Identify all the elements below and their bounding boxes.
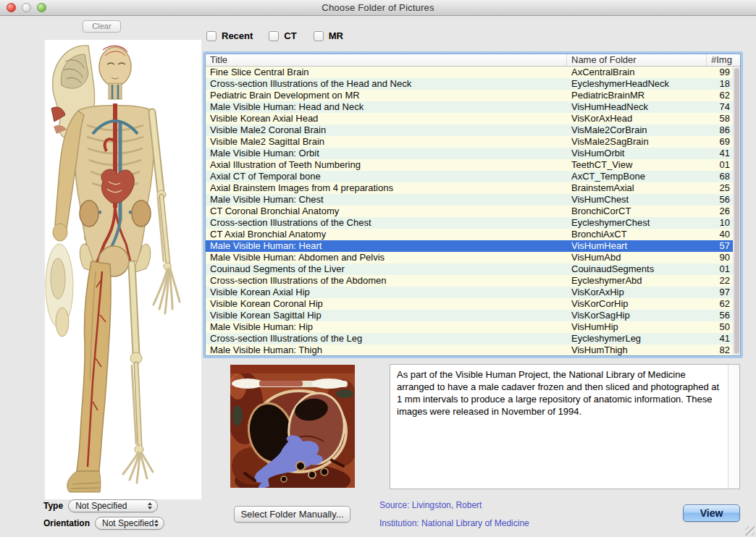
cell-title: Pediatric Brain Development on MR	[206, 90, 567, 101]
table-row[interactable]: Male Visible Human: ThighVisHumThigh82	[206, 344, 740, 355]
resize-grip-icon[interactable]	[745, 526, 755, 536]
type-popup-value: Not Specified	[75, 501, 127, 511]
cell-folder: AxCentralBrain	[567, 67, 707, 78]
cell-title: Visible Male2 Sagittal Brain	[206, 136, 567, 148]
view-button[interactable]: View	[683, 504, 740, 522]
column-header-folder[interactable]: Name of Folder	[567, 54, 707, 66]
table-row[interactable]: Visible Korean Axial HipVisKorAxHip97	[206, 287, 740, 298]
cell-title: Visible Korean Sagittal Hip	[206, 310, 567, 321]
table-row[interactable]: Fine Slice Central BrainAxCentralBrain99	[206, 67, 740, 78]
folder-table: Title Name of Folder #Img Fine Slice Cen…	[205, 54, 741, 356]
table-row[interactable]: Visible Male2 Sagittal BrainVisMale2SagB…	[206, 136, 740, 148]
cell-title: CT Coronal Bronchial Anatomy	[206, 206, 567, 217]
filter-group: Recent CT MR	[206, 30, 343, 41]
table-row[interactable]: Visible Korean Coronal HipVisKorCorHip62	[206, 298, 740, 310]
cell-title: Axial Illustration of Teeth Numbering	[206, 159, 567, 171]
filter-recent[interactable]: Recent	[206, 30, 253, 41]
table-row[interactable]: Axial CT of Temporal boneAxCT_TempBone68	[206, 171, 740, 182]
table-row[interactable]: Cross-section Illustrations of the Chest…	[206, 217, 740, 229]
select-folder-manually-button[interactable]: Select Folder Manually...	[234, 506, 350, 523]
cell-folder: VisHumChest	[567, 194, 707, 206]
cell-title: Visible Korean Coronal Hip	[206, 298, 567, 310]
table-row[interactable]: Visible Korean Sagittal HipVisKorSagHip5…	[206, 310, 740, 321]
table-scrollbar-thumb[interactable]	[734, 68, 739, 354]
recent-checkbox[interactable]	[206, 31, 217, 41]
cell-folder: VisMale2CorBrain	[567, 124, 707, 136]
table-row[interactable]: Couinaud Segments of the LiverCouinaudSe…	[206, 263, 740, 275]
table-row[interactable]: Male Visible Human: OrbitVisHumOrbit41	[206, 148, 740, 159]
cell-folder: VisHumAbd	[567, 252, 707, 263]
window-title: Choose Folder of Pictures	[0, 2, 756, 13]
table-row[interactable]: Cross-section Illustrations of the LegEy…	[206, 333, 740, 344]
cell-folder: PediatricBrainMR	[567, 90, 707, 101]
cell-title: Visible Korean Axial Head	[206, 113, 567, 124]
cell-title: Male Visible Human: Abdomen and Pelvis	[206, 252, 567, 263]
cell-folder: CouinaudSegments	[567, 263, 707, 275]
filter-mr[interactable]: MR	[314, 30, 343, 41]
description-box[interactable]: As part of the Visible Human Project, th…	[390, 364, 740, 489]
orientation-popup[interactable]: Not Specified	[95, 517, 164, 530]
table-row[interactable]: Male Visible Human: Head and NeckVisHumH…	[206, 101, 740, 113]
cell-title: Visible Male2 Coronal Brain	[206, 124, 567, 136]
table-row[interactable]: Male Visible Human: HeartVisHumHeart57	[206, 240, 740, 252]
column-header-title[interactable]: Title	[206, 54, 567, 66]
popup-stepper-icon	[148, 502, 152, 509]
mr-checkbox[interactable]	[314, 31, 324, 41]
filter-ct[interactable]: CT	[269, 30, 296, 41]
cell-folder: EycleshymerAbd	[567, 275, 707, 287]
table-row[interactable]: Male Visible Human: HipVisHumHip50	[206, 321, 740, 333]
cell-title: Cross-section Illustrations of the Abdom…	[206, 275, 567, 287]
cell-folder: TeethCT_View	[567, 159, 707, 171]
cell-folder: VisHumOrbit	[567, 148, 707, 159]
cell-folder: BronchiAxCT	[567, 229, 707, 240]
type-popup[interactable]: Not Specified	[68, 499, 158, 512]
cell-title: Fine Slice Central Brain	[206, 67, 567, 78]
cell-folder: VisKorAxHip	[567, 287, 707, 298]
table-row[interactable]: Cross-section Illustrations of the Head …	[206, 78, 740, 90]
institution-label: Institution: National Library of Medicin…	[379, 518, 529, 528]
description-text: As part of the Visible Human Project, th…	[390, 365, 728, 489]
table-scrollbar[interactable]	[733, 67, 740, 355]
table-row[interactable]: Visible Korean Axial HeadVisKorAxHead58	[206, 113, 740, 124]
table-row[interactable]: Male Visible Human: ChestVisHumChest56	[206, 194, 740, 206]
title-bar: Choose Folder of Pictures	[0, 0, 756, 16]
ct-label: CT	[284, 30, 296, 41]
cell-title: Visible Korean Axial Hip	[206, 287, 567, 298]
cell-folder: VisHumHeart	[567, 240, 707, 252]
column-header-img[interactable]: #Img	[707, 54, 740, 66]
cell-folder: VisHumHip	[567, 321, 707, 333]
cell-folder: VisKorAxHead	[567, 113, 707, 124]
anatomy-illustration[interactable]	[45, 40, 201, 499]
cell-folder: VisHumThigh	[567, 344, 707, 355]
cell-title: Cross-section Illustrations of the Head …	[206, 78, 567, 90]
ct-checkbox[interactable]	[269, 31, 279, 41]
orientation-label: Orientation	[43, 518, 90, 528]
table-row[interactable]: Axial Brainstem Images from 4 preparatio…	[206, 182, 740, 194]
cell-title: Male Visible Human: Heart	[206, 240, 567, 252]
folder-table-body: Fine Slice Central BrainAxCentralBrain99…	[206, 67, 740, 355]
clear-button[interactable]: Clear	[83, 20, 121, 33]
anatomy-figure-graphic	[45, 40, 201, 499]
table-header: Title Name of Folder #Img	[206, 54, 740, 67]
cell-folder: EycleshymerLeg	[567, 333, 707, 344]
cell-folder: AxCT_TempBone	[567, 171, 707, 182]
mr-label: MR	[329, 30, 343, 41]
popup-stepper-icon	[154, 520, 159, 527]
type-label: Type	[43, 501, 63, 511]
table-row[interactable]: Male Visible Human: Abdomen and PelvisVi…	[206, 252, 740, 263]
cell-folder: BrainstemAxial	[567, 182, 707, 194]
table-row[interactable]: Visible Male2 Coronal BrainVisMale2CorBr…	[206, 124, 740, 136]
description-scrollbar[interactable]	[728, 365, 739, 489]
cell-folder: VisHumHeadNeck	[567, 101, 707, 113]
table-row[interactable]: Pediatric Brain Development on MRPediatr…	[206, 90, 740, 101]
table-row[interactable]: Axial Illustration of Teeth NumberingTee…	[206, 159, 740, 171]
cell-folder: EycleshymerChest	[567, 217, 707, 229]
table-row[interactable]: Cross-section Illustrations of the Abdom…	[206, 275, 740, 287]
cell-title: Axial CT of Temporal bone	[206, 171, 567, 182]
table-row[interactable]: CT Axial Bronchial AnatomyBronchiAxCT40	[206, 229, 740, 240]
table-row[interactable]: CT Coronal Bronchial AnatomyBronchiCorCT…	[206, 206, 740, 217]
cell-title: Couinaud Segments of the Liver	[206, 263, 567, 275]
cell-folder: VisMale2SagBrain	[567, 136, 707, 148]
heart-cross-section-image	[230, 365, 355, 488]
cell-title: Cross-section Illustrations of the Chest	[206, 217, 567, 229]
